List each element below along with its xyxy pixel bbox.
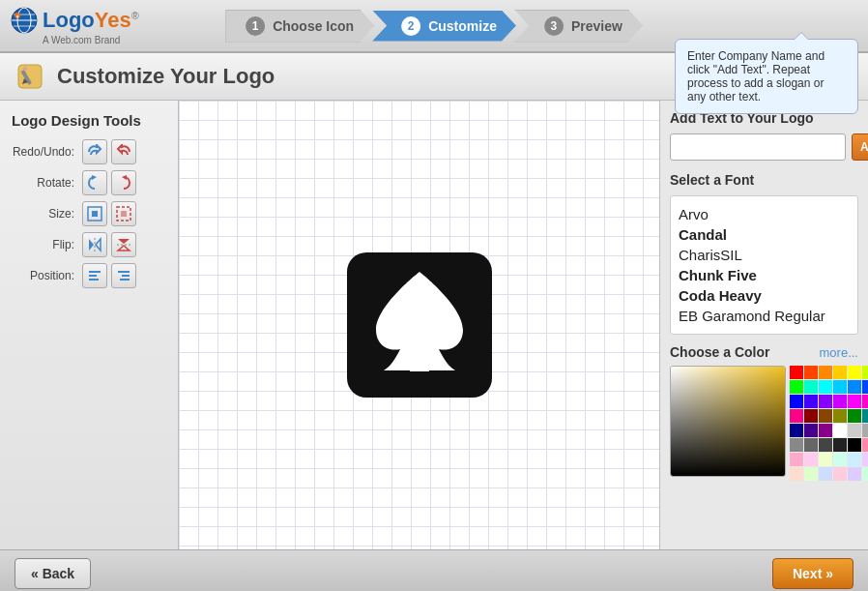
tooltip-box: Enter Company Name and click "Add Text".… [675,39,858,114]
size-increase-button[interactable] [82,201,107,226]
color-swatch[interactable] [804,395,818,408]
color-swatch[interactable] [790,424,803,437]
color-swatch[interactable] [804,409,818,423]
back-button[interactable]: « Back [14,558,91,589]
flip-vertical-button[interactable] [111,232,136,257]
undo-button[interactable] [111,139,136,164]
color-swatch[interactable] [790,395,803,408]
color-swatch[interactable] [862,438,868,452]
svg-rect-7 [18,65,42,88]
page-title: Customize Your Logo [57,64,275,89]
color-swatch[interactable] [833,366,847,379]
font-item[interactable]: Candal [679,224,850,245]
color-swatch[interactable] [804,453,818,466]
redo-button[interactable] [82,139,107,164]
color-swatch[interactable] [790,453,803,466]
color-swatch[interactable] [848,366,861,379]
color-title: Choose a Color [670,344,769,360]
redo-undo-label: Redo/Undo: [12,145,74,159]
color-swatch[interactable] [848,409,861,423]
color-swatch[interactable] [833,380,847,394]
color-swatch[interactable] [819,453,832,466]
color-swatch[interactable] [804,467,818,481]
left-panel: Logo Design Tools Redo/Undo: Rotate: [0,101,179,549]
add-text-button[interactable]: Add Text [852,133,868,161]
color-swatch[interactable] [819,366,832,379]
color-swatch[interactable] [790,438,803,452]
position-btns [82,263,136,288]
color-swatch[interactable] [804,424,818,437]
svg-rect-23 [89,271,101,273]
next-button[interactable]: Next » [772,558,854,589]
font-item[interactable]: Chunk Five [679,265,850,285]
color-swatch[interactable] [862,395,868,408]
rotate-left-button[interactable] [82,170,107,195]
color-gradient[interactable] [670,366,786,477]
color-swatch[interactable] [804,380,818,394]
color-swatch[interactable] [833,467,847,481]
canvas-area[interactable] [179,101,660,549]
color-swatch[interactable] [833,395,847,408]
more-link[interactable]: more... [820,345,858,360]
color-swatch[interactable] [790,409,803,423]
font-item[interactable]: CharisSIL [679,245,850,265]
color-swatch[interactable] [819,438,832,452]
font-item[interactable]: Coda Heavy [679,285,850,306]
color-swatch[interactable] [833,409,847,423]
color-swatch[interactable] [790,366,803,379]
color-swatch[interactable] [790,380,803,394]
color-swatch[interactable] [833,438,847,452]
color-swatch[interactable] [848,438,861,452]
font-title: Select a Font [670,172,858,188]
color-swatch[interactable] [848,467,861,481]
color-swatch[interactable] [819,424,832,437]
step3-label: Preview [571,18,622,34]
color-swatch[interactable] [862,366,868,379]
text-input[interactable] [670,133,846,161]
color-swatch[interactable] [819,395,832,408]
color-swatch[interactable] [848,453,861,466]
svg-marker-20 [118,239,130,244]
step1-label: Choose Icon [273,18,354,34]
flip-horizontal-button[interactable] [82,232,107,257]
color-swatch[interactable] [819,380,832,394]
flip-label: Flip: [12,238,74,251]
color-swatch[interactable] [804,366,818,379]
step-preview[interactable]: 3 Preview [514,10,643,43]
color-swatch[interactable] [833,424,847,437]
size-decrease-button[interactable] [111,201,136,226]
font-item[interactable]: Arvo [679,204,850,224]
svg-rect-27 [122,275,130,277]
color-swatch[interactable] [862,453,868,466]
color-swatch[interactable] [819,467,832,481]
svg-marker-17 [89,239,94,251]
logo-sub: A Web.com Brand [43,35,120,45]
color-swatch[interactable] [862,380,868,394]
position-right-button[interactable] [111,263,136,288]
logo-text: LogoYes® [43,8,139,33]
font-list: ArvoCandalCharisSILChunk FiveCoda HeavyE… [670,195,858,335]
color-swatch[interactable] [848,380,861,394]
step2-label: Customize [428,18,497,34]
color-swatch[interactable] [862,424,868,437]
rotate-btns [82,170,136,195]
step-customize[interactable]: 2 Customize [372,11,516,42]
rotate-right-button[interactable] [111,170,136,195]
svg-marker-11 [92,175,97,180]
color-swatch[interactable] [790,467,803,481]
color-swatch[interactable] [848,424,861,437]
svg-rect-24 [89,275,97,277]
color-swatch[interactable] [848,395,861,408]
step2-num: 2 [401,16,420,36]
position-left-button[interactable] [82,263,107,288]
font-item[interactable]: EB Garamond Regular [679,306,850,326]
step-choose-icon[interactable]: 1 Choose Icon [225,10,374,43]
size-btns [82,201,136,226]
color-swatch[interactable] [862,409,868,423]
logo-main: ✦ LogoYes® [10,6,139,35]
color-swatch[interactable] [819,409,832,423]
color-swatch[interactable] [862,467,868,481]
color-swatch[interactable] [833,453,847,466]
color-swatch[interactable] [804,438,818,452]
globe-icon: ✦ [10,6,39,35]
